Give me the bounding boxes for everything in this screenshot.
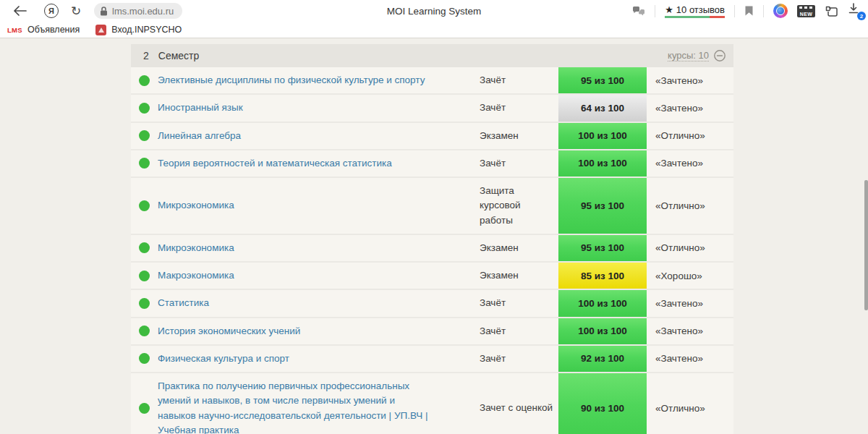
inpsycho-logo-icon: [95, 25, 106, 35]
course-title-cell: Иностранный язык: [158, 95, 480, 121]
course-title-cell: Макроэкономика: [158, 263, 480, 289]
status-cell: [131, 290, 158, 316]
grade-label: «Зачтено»: [647, 150, 733, 176]
course-title-cell: Линейная алгебра: [158, 123, 480, 149]
course-title-cell: Теория вероятностей и математическая ста…: [158, 150, 480, 176]
score-cell: 95 из 100: [558, 235, 647, 261]
refresh-button[interactable]: ↻: [65, 0, 87, 22]
address-bar[interactable]: lms.moi.edu.ru: [94, 3, 182, 19]
download-count-badge: 2: [857, 12, 866, 20]
toolbar-separator: [734, 5, 735, 17]
lms-page: 2 Семестр курсы: 10 Элективные дисциплин…: [0, 44, 868, 434]
grade-label: «Отлично»: [647, 235, 733, 261]
semester-table: 2 Семестр курсы: 10 Элективные дисциплин…: [131, 44, 733, 434]
course-row: Статистика Зачёт 100 из 100 «Зачтено»: [131, 290, 733, 318]
score-cell: 100 из 100: [558, 290, 647, 316]
assessment-type: Зачёт: [480, 318, 558, 344]
grade-label: «Зачтено»: [647, 95, 733, 121]
course-link[interactable]: Линейная алгебра: [158, 129, 241, 143]
score-badge: 85 из 100: [558, 263, 647, 289]
score-badge: 64 из 100: [558, 95, 647, 121]
status-dot-icon: [139, 130, 150, 141]
status-dot-icon: [139, 271, 150, 281]
grade-label: «Зачтено»: [647, 318, 733, 344]
course-link[interactable]: История экономических учений: [158, 324, 300, 339]
reviews-count: 10 отзывов: [676, 4, 725, 15]
course-link[interactable]: Микроэкономика: [158, 198, 234, 213]
toolbar-separator: [655, 5, 655, 17]
status-cell: [131, 67, 158, 93]
yandex-icon: Я: [44, 4, 59, 18]
score-badge: 90 из 100: [558, 373, 647, 434]
bookmark-inpsycho-login[interactable]: Вход.INPSYCHO: [95, 25, 182, 35]
feedback-icon[interactable]: [632, 6, 645, 17]
course-row: Физическая культура и спорт Зачёт 92 из …: [131, 346, 733, 373]
star-icon: ★: [665, 4, 673, 15]
score-badge: 95 из 100: [558, 67, 647, 93]
score-cell: 64 из 100: [558, 95, 647, 121]
course-link[interactable]: Теория вероятностей и математическая ста…: [158, 156, 392, 171]
course-link[interactable]: Статистика: [158, 296, 209, 310]
status-cell: [131, 373, 158, 434]
grade-label: «Зачтено»: [647, 290, 733, 316]
status-cell: [131, 346, 158, 372]
course-title-cell: Микроэкономика: [158, 178, 480, 234]
score-badge: 100 из 100: [558, 318, 647, 344]
collapse-section-button[interactable]: [713, 49, 726, 62]
assessment-type: Зачёт: [480, 95, 558, 121]
status-dot-icon: [139, 158, 150, 169]
assessment-type: Экзамен: [480, 123, 558, 149]
course-link[interactable]: Микроэкономика: [158, 241, 234, 255]
grade-label: «Отлично»: [647, 373, 733, 434]
yandex-button[interactable]: Я: [41, 0, 62, 22]
extension-color-icon[interactable]: [773, 4, 788, 18]
courses-count-link[interactable]: курсы: 10: [668, 50, 709, 61]
score-badge: 95 из 100: [558, 235, 647, 261]
new-releases-icon[interactable]: NEW: [797, 5, 815, 17]
grade-label: «Зачтено»: [647, 67, 733, 93]
bookmark-label: Вход.INPSYCHO: [111, 25, 182, 35]
course-title-cell: Практика по получению первичных професси…: [158, 373, 480, 434]
course-link[interactable]: Макроэкономика: [158, 268, 234, 283]
status-dot-icon: [139, 298, 150, 309]
reviews-button[interactable]: ★ 10 отзывов: [665, 4, 725, 18]
course-title-cell: Микроэкономика: [158, 235, 480, 261]
assessment-type: Зачёт: [480, 67, 558, 93]
course-link[interactable]: Иностранный язык: [158, 101, 243, 115]
score-cell: 85 из 100: [558, 263, 647, 289]
grade-label: «Зачтено»: [647, 346, 733, 372]
url-text: lms.moi.edu.ru: [112, 6, 174, 17]
downloads-button[interactable]: 2: [848, 3, 864, 19]
score-cell: 100 из 100: [558, 123, 647, 149]
status-dot-icon: [139, 353, 150, 364]
status-dot-icon: [139, 103, 150, 114]
bookmark-announcements[interactable]: LMS Объявления: [7, 25, 80, 35]
course-title-cell: Элективные дисциплины по физической куль…: [158, 67, 480, 93]
score-badge: 92 из 100: [558, 346, 647, 372]
status-cell: [131, 235, 158, 261]
grade-label: «Отлично»: [647, 178, 733, 234]
toolbar-separator: [763, 5, 764, 17]
lock-icon: [100, 7, 108, 16]
status-cell: [131, 95, 158, 121]
assessment-type: Экзамен: [480, 263, 558, 289]
status-dot-icon: [139, 403, 150, 414]
course-row: История экономических учений Зачёт 100 и…: [131, 318, 733, 346]
status-dot-icon: [139, 200, 150, 211]
course-row: Макроэкономика Экзамен 85 из 100 «Хорошо…: [131, 263, 733, 290]
course-row: Иностранный язык Зачёт 64 из 100 «Зачтен…: [131, 95, 733, 122]
assessment-type: Зачёт: [480, 290, 558, 316]
vertical-scrollbar[interactable]: [864, 180, 868, 310]
back-button[interactable]: [9, 0, 30, 22]
bookmark-icon[interactable]: [744, 5, 754, 17]
course-link[interactable]: Практика по получению первичных професси…: [158, 379, 435, 434]
course-title-cell: Статистика: [158, 290, 480, 316]
assessment-type: Экзамен: [480, 235, 558, 261]
status-dot-icon: [139, 75, 150, 86]
tab-groups-icon[interactable]: [825, 5, 838, 17]
course-link[interactable]: Элективные дисциплины по физической куль…: [158, 73, 425, 88]
score-badge: 95 из 100: [558, 178, 647, 234]
course-row: Линейная алгебра Экзамен 100 из 100 «Отл…: [131, 123, 733, 150]
course-row: Теория вероятностей и математическая ста…: [131, 150, 733, 178]
course-link[interactable]: Физическая культура и спорт: [158, 352, 289, 366]
